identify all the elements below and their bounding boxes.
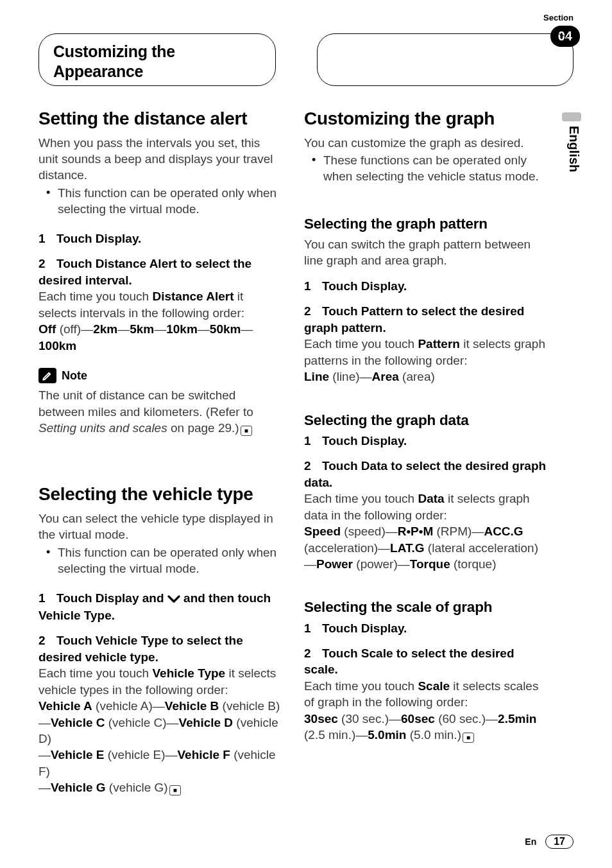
step-number: 2	[38, 632, 56, 648]
stop-icon: ■	[241, 426, 252, 436]
step-text: Touch Pattern to select the desired grap…	[304, 304, 524, 334]
step-text: Touch Scale to select the desired scale.	[304, 647, 514, 676]
header-region: Customizing the Appearance	[38, 14, 574, 85]
heading-distance-alert: Setting the distance alert	[38, 107, 282, 131]
data-step2: 2Touch Data to select the desired graph …	[304, 458, 548, 490]
distance-intro: When you pass the intervals you set, thi…	[38, 135, 282, 184]
page-title: Customizing the Appearance	[53, 42, 261, 81]
step-number: 2	[304, 645, 322, 661]
data-sequence: Speed (speed)—R•P•M (RPM)—ACC.G (acceler…	[304, 523, 548, 572]
step-text: Touch Vehicle Type to select the desired…	[38, 634, 243, 663]
step-number: 1	[304, 620, 322, 636]
down-arrow-icon	[167, 592, 180, 607]
footer: En 17	[525, 835, 574, 849]
language-tab-decoration	[562, 112, 581, 121]
step-number: 1	[304, 278, 322, 294]
step-number: 1	[304, 433, 322, 449]
distance-step1: 1Touch Display.	[38, 230, 282, 247]
step-text: Touch Display.	[322, 279, 407, 293]
data-step2-body: Each time you touch Data it selects grap…	[304, 490, 548, 523]
vehicle-step1: 1Touch Display and and then touch Vehicl…	[38, 590, 282, 624]
pattern-sequence: Line (line)—Area (area)	[304, 369, 548, 385]
pattern-step1: 1Touch Display.	[304, 278, 548, 294]
heading-graph-data: Selecting the graph data	[304, 411, 548, 430]
distance-step2-body: Each time you touch Distance Alert it se…	[38, 288, 282, 321]
data-step1: 1Touch Display.	[304, 433, 548, 449]
vehicle-step2: 2Touch Vehicle Type to select the desire…	[38, 632, 282, 665]
distance-step2: 2Touch Distance Alert to select the desi…	[38, 256, 282, 288]
scale-step2-body: Each time you touch Scale it selects sca…	[304, 678, 548, 711]
vehicle-intro: You can select the vehicle type displaye…	[38, 510, 282, 543]
note-body: The unit of distance can be switched bet…	[38, 387, 282, 436]
footer-lang: En	[525, 837, 536, 847]
scale-step2: 2Touch Scale to select the desired scale…	[304, 645, 548, 678]
step-number: 2	[304, 458, 322, 474]
stop-icon: ■	[169, 785, 181, 795]
step-text: Touch Display and	[56, 591, 167, 605]
pattern-step2-body: Each time you touch Pattern it selects g…	[304, 336, 548, 369]
pattern-step2: 2Touch Pattern to select the desired gra…	[304, 303, 548, 336]
pencil-icon	[38, 368, 56, 383]
note-header: Note	[38, 368, 282, 383]
heading-vehicle-type: Selecting the vehicle type	[38, 482, 282, 507]
step-number: 1	[38, 230, 56, 247]
step-text: Touch Data to select the desired graph d…	[304, 459, 546, 489]
page-title-frame: Customizing the Appearance	[38, 33, 276, 86]
vehicle-bullet: This function can be operated only when …	[38, 544, 282, 577]
right-column: Customizing the graph You can customize …	[304, 101, 548, 823]
step-number: 1	[38, 590, 56, 606]
distance-sequence: Off (off)—2km—5km—10km—50km—100km	[38, 321, 282, 354]
scale-step1: 1Touch Display.	[304, 620, 548, 636]
step-text: Touch Distance Alert to select the desir…	[38, 257, 251, 286]
step-number: 2	[38, 256, 56, 272]
page-number: 17	[545, 835, 574, 849]
distance-bullet: This function can be operated only when …	[38, 185, 282, 218]
step-number: 2	[304, 303, 322, 319]
vehicle-step2-body: Each time you touch Vehicle Type it sele…	[38, 665, 282, 698]
graph-intro: You can customize the graph as desired.	[304, 135, 548, 151]
language-tab: English	[566, 126, 581, 172]
left-column: Setting the distance alert When you pass…	[38, 101, 282, 823]
header-right-frame	[317, 33, 574, 86]
stop-icon: ■	[463, 733, 474, 743]
vehicle-sequence: Vehicle A (vehicle A)—Vehicle B (vehicle…	[38, 698, 282, 796]
step-text: Touch Display.	[322, 621, 407, 635]
heading-graph-pattern: Selecting the graph pattern	[304, 214, 548, 234]
pattern-intro: You can switch the graph pattern between…	[304, 236, 548, 269]
step-text: Touch Display.	[56, 232, 141, 245]
heading-customizing-graph: Customizing the graph	[304, 107, 548, 131]
step-text: Touch Display.	[322, 434, 407, 447]
note-label: Note	[62, 368, 87, 383]
heading-graph-scale: Selecting the scale of graph	[304, 598, 548, 617]
scale-sequence: 30sec (30 sec.)—60sec (60 sec.)—2.5min (…	[304, 711, 548, 743]
graph-bullet: These functions can be operated only whe…	[304, 152, 548, 185]
